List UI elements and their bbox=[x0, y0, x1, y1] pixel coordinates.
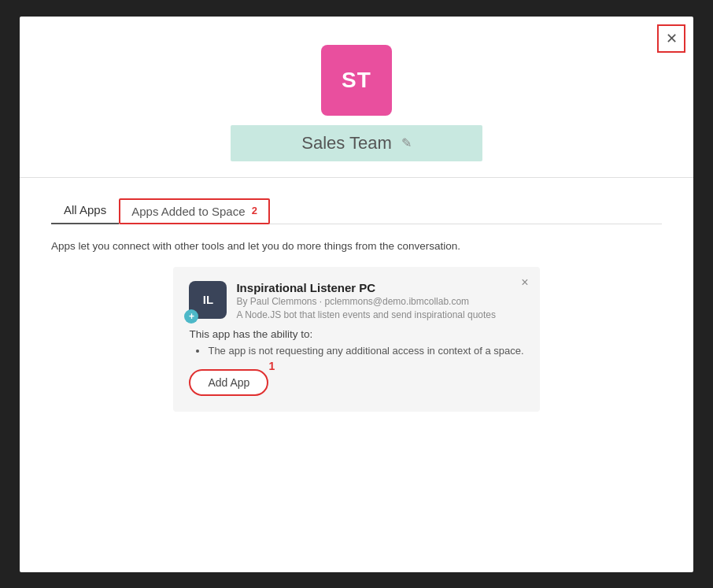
team-name-bar: Sales Team ✎ bbox=[231, 125, 482, 161]
close-button[interactable]: ✕ bbox=[657, 24, 685, 53]
app-ability-item: The app is not requesting any additional… bbox=[208, 345, 523, 357]
main-window: ✕ 3 ST Sales Team ✎ All Apps Apps Added … bbox=[18, 15, 695, 574]
app-abilities-list: The app is not requesting any additional… bbox=[189, 345, 523, 357]
app-card-header: IL + Inspirational Listener PC By Paul C… bbox=[189, 281, 523, 320]
add-app-badge: 1 bbox=[269, 360, 275, 372]
app-description: A Node.JS bot that listen events and sen… bbox=[236, 309, 523, 320]
app-icon: IL + bbox=[189, 281, 227, 319]
card-close-button[interactable]: × bbox=[521, 276, 528, 289]
add-app-button[interactable]: Add App 1 bbox=[189, 369, 268, 396]
tabs-container: All Apps Apps Added to Space 2 bbox=[51, 197, 662, 224]
app-icon-text: IL bbox=[203, 293, 213, 306]
app-abilities: This app has the ability to: The app is … bbox=[189, 328, 523, 357]
app-icon-plus: + bbox=[184, 309, 198, 324]
tab-apps-added[interactable]: Apps Added to Space 2 bbox=[119, 198, 270, 224]
tab-badge: 2 bbox=[252, 205, 257, 216]
tabs-area: All Apps Apps Added to Space 2 bbox=[20, 178, 693, 224]
app-info: Inspirational Listener PC By Paul Clemmo… bbox=[236, 281, 523, 320]
avatar: ST bbox=[321, 45, 392, 116]
app-author: By Paul Clemmons · pclemmons@demo.ibmcol… bbox=[236, 296, 523, 307]
close-icon: ✕ bbox=[666, 31, 678, 46]
edit-icon[interactable]: ✎ bbox=[401, 135, 412, 150]
app-name: Inspirational Listener PC bbox=[236, 281, 523, 294]
app-card: × IL + Inspirational Listener PC By Paul… bbox=[173, 267, 539, 412]
avatar-initials: ST bbox=[342, 68, 371, 93]
description-text: Apps let you connect with other tools an… bbox=[20, 239, 693, 254]
content-area: ST Sales Team ✎ All Apps Apps Added to S… bbox=[20, 17, 693, 424]
team-name-text: Sales Team bbox=[301, 133, 392, 153]
tab-all-apps[interactable]: All Apps bbox=[51, 197, 119, 224]
